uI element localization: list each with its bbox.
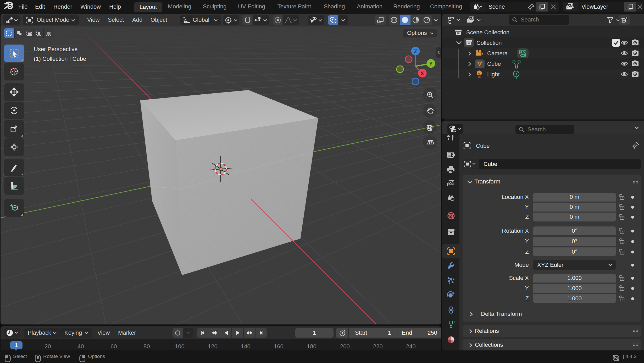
svg-text:X: X [420,71,424,76]
svg-text:Z: Z [414,48,417,54]
svg-text:Y: Y [429,61,433,67]
